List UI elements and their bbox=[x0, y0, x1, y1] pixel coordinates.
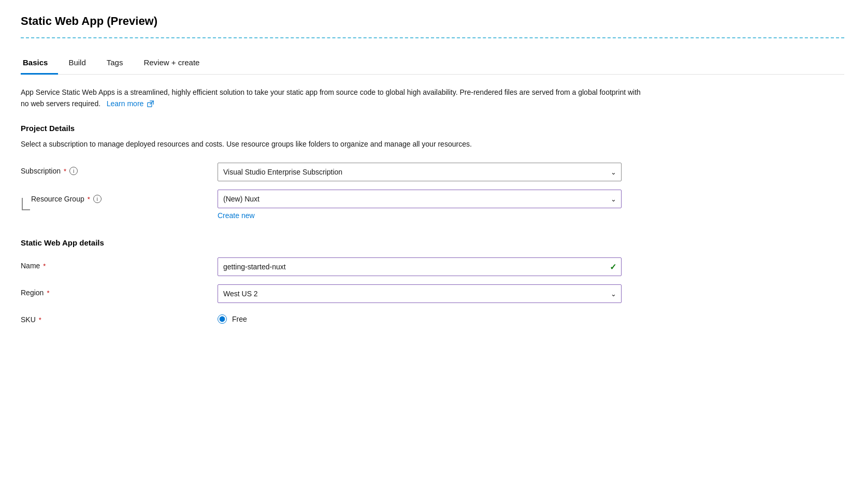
region-row: Region * West US 2East US 2West EuropeEa… bbox=[21, 284, 844, 303]
resource-group-row: Resource Group * i (New) Nuxt ⌄ Create n… bbox=[21, 190, 844, 220]
name-input[interactable] bbox=[218, 257, 622, 276]
page-title: Static Web App (Preview) bbox=[21, 15, 844, 28]
sku-free-label: Free bbox=[232, 315, 247, 323]
subscription-required: * bbox=[64, 167, 66, 175]
tab-tags[interactable]: Tags bbox=[96, 53, 134, 75]
subscription-label: Subscription bbox=[21, 167, 61, 175]
name-check-icon: ✓ bbox=[610, 262, 616, 272]
page-description: App Service Static Web Apps is a streaml… bbox=[21, 87, 642, 109]
project-details-section: Project Details Select a subscription to… bbox=[21, 124, 844, 220]
sku-label: SKU bbox=[21, 315, 36, 324]
region-label-col: Region * bbox=[21, 284, 218, 297]
name-control: ✓ bbox=[218, 257, 622, 276]
sku-label-col: SKU * bbox=[21, 311, 218, 324]
static-web-app-details-title: Static Web App details bbox=[21, 238, 844, 247]
learn-more-link[interactable]: Learn more bbox=[107, 99, 154, 108]
subscription-label-col: Subscription * i bbox=[21, 163, 218, 175]
name-row: Name * ✓ bbox=[21, 257, 844, 276]
tree-vertical-line bbox=[22, 198, 23, 209]
sku-radio-group: Free bbox=[218, 311, 622, 324]
region-label: Region bbox=[21, 289, 44, 297]
sku-required: * bbox=[39, 316, 41, 324]
resource-group-info-icon[interactable]: i bbox=[93, 195, 102, 203]
region-select[interactable]: West US 2East US 2West EuropeEast Asia bbox=[218, 284, 622, 303]
tab-basics[interactable]: Basics bbox=[21, 53, 58, 75]
region-control: West US 2East US 2West EuropeEast Asia ⌄ bbox=[218, 284, 622, 303]
name-label-col: Name * bbox=[21, 257, 218, 270]
resource-group-select-wrapper: (New) Nuxt ⌄ bbox=[218, 190, 622, 208]
resource-group-control: (New) Nuxt ⌄ Create new bbox=[218, 190, 622, 220]
tree-horizontal-line bbox=[22, 209, 30, 210]
sku-free-radio[interactable] bbox=[218, 314, 227, 324]
project-details-description: Select a subscription to manage deployed… bbox=[21, 139, 642, 150]
subscription-select-wrapper: Visual Studio Enterprise Subscription ⌄ bbox=[218, 163, 622, 181]
external-link-icon bbox=[147, 100, 154, 107]
resource-group-required: * bbox=[88, 195, 90, 203]
top-divider bbox=[21, 37, 844, 38]
tab-bar: Basics Build Tags Review + create bbox=[21, 53, 844, 75]
subscription-info-icon[interactable]: i bbox=[69, 167, 78, 175]
name-required: * bbox=[43, 262, 46, 270]
subscription-select[interactable]: Visual Studio Enterprise Subscription bbox=[218, 163, 622, 181]
project-details-title: Project Details bbox=[21, 124, 844, 133]
resource-group-label: Resource Group bbox=[31, 195, 84, 203]
region-select-wrapper: West US 2East US 2West EuropeEast Asia ⌄ bbox=[218, 284, 622, 303]
tab-review-create[interactable]: Review + create bbox=[133, 53, 210, 75]
create-new-link[interactable]: Create new bbox=[218, 211, 255, 220]
sku-control: Free bbox=[218, 311, 622, 324]
region-required: * bbox=[47, 289, 49, 297]
name-label: Name bbox=[21, 262, 40, 270]
tab-build[interactable]: Build bbox=[58, 53, 96, 75]
sku-row: SKU * Free bbox=[21, 311, 844, 330]
tree-connector bbox=[21, 198, 31, 210]
subscription-control: Visual Studio Enterprise Subscription ⌄ bbox=[218, 163, 622, 181]
subscription-row: Subscription * i Visual Studio Enterpris… bbox=[21, 163, 844, 181]
name-input-wrapper: ✓ bbox=[218, 257, 622, 276]
resource-group-select[interactable]: (New) Nuxt bbox=[218, 190, 622, 208]
static-web-app-details-section: Static Web App details Name * ✓ Region * bbox=[21, 238, 844, 330]
